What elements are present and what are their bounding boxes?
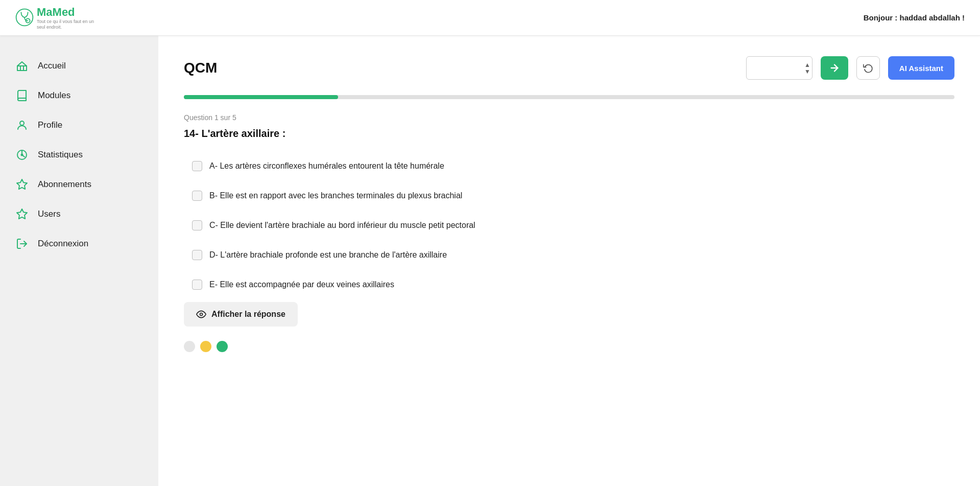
answer-text-d: D- L'artère brachiale profonde est une b… [209,249,447,261]
answer-option-d[interactable]: D- L'artère brachiale profonde est une b… [184,243,954,267]
svg-point-3 [20,121,24,125]
home-icon [15,59,29,73]
svg-marker-7 [17,209,27,219]
svg-point-5 [21,154,23,156]
sidebar-label-modules: Modules [38,90,70,101]
sidebar-label-users: Users [38,209,60,219]
page-title: QCM [184,60,738,76]
users-star-icon [15,207,29,221]
sidebar-label-profile: Profile [38,120,62,130]
question-number-input-wrapper: ▲ ▼ [746,56,812,80]
main-content: QCM ▲ ▼ AI Assistant [158,36,980,486]
logo-icon [15,8,34,27]
answer-option-a[interactable]: A- Les artères circonflexes humérales en… [184,154,954,178]
checkbox-c[interactable] [192,220,202,230]
question-info: Question 1 sur 5 [184,113,954,122]
eye-icon [196,309,206,319]
checkbox-e[interactable] [192,280,202,290]
refresh-icon [863,63,873,73]
logo-subtitle: Tout ce qu il vous faut en un seul endro… [37,19,103,30]
answer-options-list: A- Les artères circonflexes humérales en… [184,154,954,297]
progress-bar-track [184,95,954,99]
number-arrows: ▲ ▼ [804,62,810,75]
greeting-text: Bonjour : haddad abdallah ! [864,13,965,22]
checkbox-a[interactable] [192,161,202,171]
sidebar-label-accueil: Accueil [38,61,66,71]
question-number-input[interactable] [746,56,812,80]
svg-marker-6 [17,179,27,189]
progress-bar-fill [184,95,338,99]
show-answer-label: Afficher la réponse [211,310,285,319]
arrow-right-icon [829,62,840,74]
svg-rect-2 [17,66,27,71]
answer-option-b[interactable]: B- Elle est en rapport avec les branches… [184,183,954,208]
user-icon [15,119,29,132]
star-icon [15,178,29,191]
sidebar-item-deconnexion[interactable]: Déconnexion [0,229,158,259]
sidebar-item-modules[interactable]: Modules [0,81,158,110]
number-down-button[interactable]: ▼ [804,68,810,75]
nav-dot-2[interactable] [200,341,211,352]
logo-text: MaMed [37,6,103,19]
logout-icon [15,237,29,250]
number-up-button[interactable]: ▲ [804,62,810,68]
sidebar: Accueil Modules Profile [0,36,158,486]
answer-option-e[interactable]: E- Elle est accompagnée par deux veines … [184,272,954,297]
sidebar-item-profile[interactable]: Profile [0,110,158,140]
sidebar-label-deconnexion: Déconnexion [38,239,88,249]
checkbox-b[interactable] [192,191,202,201]
sidebar-label-statistiques: Statistiques [38,150,83,160]
sidebar-item-users[interactable]: Users [0,199,158,229]
go-button[interactable] [821,56,848,80]
answer-text-c: C- Elle devient l'artère brachiale au bo… [209,219,475,232]
answer-text-a: A- Les artères circonflexes humérales en… [209,160,444,172]
svg-point-10 [200,313,203,316]
sidebar-item-abonnements[interactable]: Abonnements [0,170,158,199]
chart-icon [15,148,29,161]
book-icon [15,89,29,102]
main-layout: Accueil Modules Profile [0,36,980,486]
app-header: MaMed Tout ce qu il vous faut en un seul… [0,0,980,36]
reset-button[interactable] [856,56,880,80]
answer-text-e: E- Elle est accompagnée par deux veines … [209,279,394,291]
ai-assistant-button[interactable]: AI Assistant [888,56,954,80]
nav-dot-1[interactable] [184,341,195,352]
answer-option-c[interactable]: C- Elle devient l'artère brachiale au bo… [184,213,954,238]
question-text: 14- L'artère axillaire : [184,128,954,140]
sidebar-item-accueil[interactable]: Accueil [0,51,158,81]
checkbox-d[interactable] [192,250,202,260]
nav-dot-3[interactable] [217,341,228,352]
sidebar-label-abonnements: Abonnements [38,179,91,190]
bottom-nav [184,341,954,352]
logo: MaMed Tout ce qu il vous faut en un seul… [15,6,103,30]
sidebar-item-statistiques[interactable]: Statistiques [0,140,158,170]
qcm-header: QCM ▲ ▼ AI Assistant [184,56,954,80]
show-answer-button[interactable]: Afficher la réponse [184,302,298,327]
answer-text-b: B- Elle est en rapport avec les branches… [209,190,462,202]
